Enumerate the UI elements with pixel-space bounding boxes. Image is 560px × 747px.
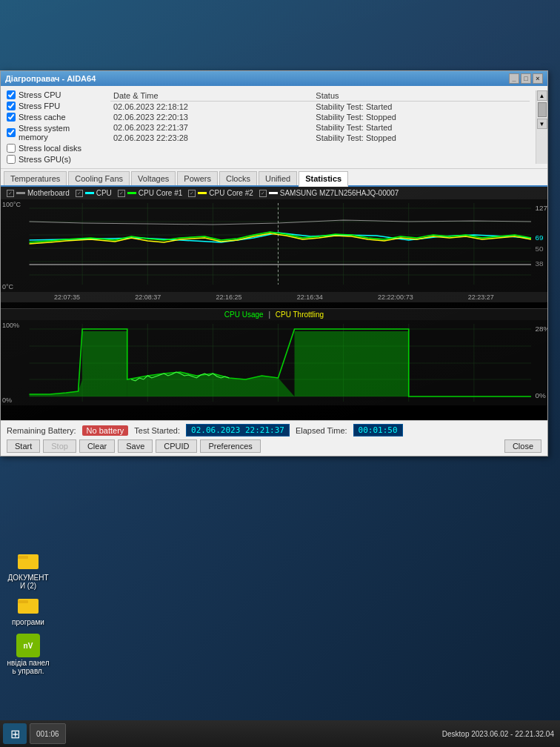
minimize-button[interactable]: _ [509, 73, 519, 84]
battery-value: No battery [82, 425, 129, 436]
desktop-icon-nvidia[interactable]: nV нвідіа панель управл. [6, 634, 50, 675]
svg-text:69: 69 [535, 233, 543, 241]
tabs-row: Temperatures Cooling Fans Voltages Power… [1, 169, 547, 187]
maximize-button[interactable]: □ [521, 73, 531, 84]
svg-rect-40 [18, 600, 28, 603]
svg-text:38: 38 [535, 259, 543, 267]
cpu-graph-svg: 28% 0% [1, 320, 547, 405]
stress-cache-checkbox[interactable]: Stress cache [7, 113, 99, 122]
test-started-label: Test Started: [134, 426, 180, 435]
stress-panel: Stress CPU Stress FPU Stress cache Stres… [1, 86, 547, 169]
svg-text:28%: 28% [535, 325, 547, 332]
graphs-container: ✓ Motherboard ✓ CPU ✓ CPU Core #1 ✓ [1, 187, 547, 420]
tab-unified[interactable]: Unified [259, 171, 297, 185]
cpuid-button[interactable]: CPUID [156, 439, 197, 453]
taskbar-clock: Desktop 2023.06.02 - 22.21.32.04 [442, 730, 557, 738]
nvidia-icon: nV [16, 634, 40, 657]
table-row: 02.06.2023 22:21:37 Stability Test: Star… [110, 122, 530, 133]
start-icon: ⊞ [10, 727, 20, 741]
close-window-button[interactable]: × [533, 73, 543, 84]
table-row: 02.06.2023 22:20:13 Stability Test: Stop… [110, 112, 530, 122]
log-table: Date & Time Status 02.06.2023 22:18:12 S… [104, 90, 536, 164]
start-button-taskbar[interactable]: ⊞ [3, 723, 27, 744]
log-status-4: Stability Test: Stopped [313, 133, 530, 143]
title-bar: Діагроправач - AIDA64 _ □ × [1, 71, 547, 86]
nvidia-icon-label: нвідіа панель управл. [6, 659, 50, 675]
cpu-graph-body: 100% 0% [1, 320, 547, 405]
temp-x-labels: 22:07:35 22:08:37 22:16:25 22:16:34 22:2… [1, 292, 547, 302]
cpu-usage-graph: CPU Usage | CPU Throttling 100% 0% [1, 309, 547, 420]
tab-statistics[interactable]: Statistics [299, 171, 348, 187]
temp-graph-svg: 127 69 50 38 [1, 199, 547, 292]
cpu-usage-label: CPU Usage [224, 311, 264, 319]
table-row: 02.06.2023 22:18:12 Stability Test: Star… [110, 102, 530, 113]
temperature-graph: ✓ Motherboard ✓ CPU ✓ CPU Core #1 ✓ [1, 187, 547, 309]
log-datetime-4: 02.06.2023 22:23:28 [110, 133, 313, 143]
bottom-row1: Remaining Battery: No battery Test Start… [7, 424, 541, 436]
svg-marker-33 [295, 331, 409, 396]
cpu-throttling-label: CPU Throttling [276, 311, 324, 319]
taskbar: ⊞ 001:06 Desktop 2023.06.02 - 22.21.32.0… [0, 720, 560, 747]
legend-samsung: ✓ SAMSUNG MZ7LN256HAJQ-00007 [259, 189, 399, 197]
svg-text:0%: 0% [535, 391, 546, 399]
log-header-status: Status [313, 90, 530, 102]
clear-button[interactable]: Clear [79, 439, 115, 453]
log-datetime-3: 02.06.2023 22:21:37 [110, 122, 313, 133]
bottom-panel: Remaining Battery: No battery Test Start… [1, 420, 547, 456]
legend-cpu: ✓ CPU [76, 189, 112, 197]
tab-powers[interactable]: Powers [177, 171, 218, 185]
scroll-down-arrow[interactable]: ▼ [537, 119, 547, 129]
log-status-1: Stability Test: Started [313, 102, 530, 113]
svg-marker-32 [127, 372, 295, 396]
titlebar-buttons: _ □ × [509, 73, 543, 84]
taskbar-item-1[interactable]: 001:06 [30, 723, 66, 744]
temp-graph-body: 100°C 0°C [1, 199, 547, 292]
preferences-button[interactable]: Preferences [200, 439, 260, 453]
legend-cpu-core2: ✓ CPU Core #2 [188, 189, 253, 197]
cpu-graph-title: CPU Usage | CPU Throttling [1, 309, 547, 320]
bottom-row2: Start Stop Clear Save CPUID Preferences … [7, 439, 541, 453]
cpu-title-separator: | [268, 311, 270, 319]
aida64-window: Діагроправач - AIDA64 _ □ × Stress CPU S… [0, 70, 548, 456]
scroll-up-arrow[interactable]: ▲ [537, 90, 547, 101]
documents-icon-label: ДОКУМЕНТИ (2) [6, 574, 50, 590]
elapsed-label: Elapsed Time: [296, 426, 347, 435]
desktop-icon-programs[interactable]: програми [6, 593, 50, 626]
log-scrollbar[interactable]: ▲ ▼ [536, 90, 547, 164]
tab-voltages[interactable]: Voltages [131, 171, 176, 185]
elapsed-value: 00:01:50 [353, 424, 403, 436]
log-status-2: Stability Test: Stopped [313, 112, 530, 122]
stress-gpu-checkbox[interactable]: Stress GPU(s) [7, 155, 99, 164]
folder-icon [16, 548, 40, 572]
scroll-thumb[interactable] [538, 102, 547, 117]
tab-cooling-fans[interactable]: Cooling Fans [68, 171, 130, 185]
desktop-icon-documents[interactable]: ДОКУМЕНТИ (2) [6, 548, 50, 590]
table-row: 02.06.2023 22:23:28 Stability Test: Stop… [110, 133, 530, 143]
folder-icon-programs [16, 593, 40, 617]
stress-cpu-checkbox[interactable]: Stress CPU [7, 90, 99, 99]
log-status-3: Stability Test: Started [313, 122, 530, 133]
battery-label: Remaining Battery: [7, 426, 76, 435]
tab-clocks[interactable]: Clocks [219, 171, 257, 185]
close-button[interactable]: Close [504, 439, 541, 453]
temp-graph-legend: ✓ Motherboard ✓ CPU ✓ CPU Core #1 ✓ [1, 187, 547, 199]
svg-text:127: 127 [535, 204, 547, 211]
window-title: Діагроправач - AIDA64 [5, 74, 96, 83]
start-button[interactable]: Start [7, 439, 40, 453]
stress-checkboxes: Stress CPU Stress FPU Stress cache Stres… [1, 90, 104, 164]
save-button[interactable]: Save [118, 439, 153, 453]
svg-text:50: 50 [535, 245, 543, 252]
stress-memory-checkbox[interactable]: Stress system memory [7, 124, 99, 142]
log-datetime-2: 02.06.2023 22:20:13 [110, 112, 313, 122]
stress-fpu-checkbox[interactable]: Stress FPU [7, 102, 99, 110]
svg-marker-31 [82, 331, 127, 396]
log-header-datetime: Date & Time [110, 90, 313, 102]
tab-temperatures[interactable]: Temperatures [4, 171, 67, 185]
legend-motherboard: ✓ Motherboard [7, 189, 70, 197]
stop-button[interactable]: Stop [43, 439, 76, 453]
svg-rect-38 [18, 556, 28, 559]
programs-icon-label: програми [12, 618, 44, 626]
legend-cpu-core1: ✓ CPU Core #1 [118, 189, 182, 197]
stress-disks-checkbox[interactable]: Stress local disks [7, 144, 99, 153]
taskbar-item-label: 001:06 [36, 730, 59, 738]
